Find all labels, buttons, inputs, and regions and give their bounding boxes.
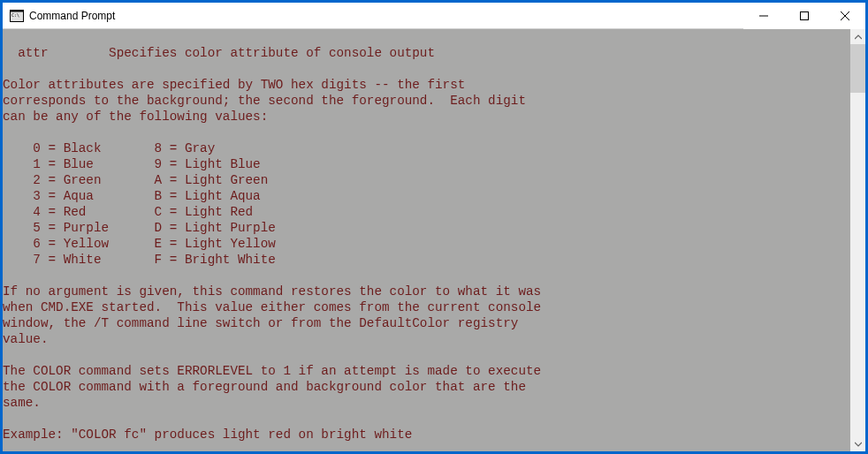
scroll-up-button[interactable] <box>850 29 865 44</box>
cmd-icon: C:\ <box>10 10 24 22</box>
svg-text:C:\: C:\ <box>11 12 19 18</box>
window-controls <box>743 3 865 28</box>
maximize-button[interactable] <box>784 3 825 29</box>
client-area: attr Specifies color attribute of consol… <box>3 29 865 451</box>
titlebar[interactable]: C:\ Command Prompt <box>3 3 865 29</box>
svg-rect-4 <box>801 12 809 20</box>
console-output[interactable]: attr Specifies color attribute of consol… <box>3 29 850 451</box>
window-title: Command Prompt <box>29 10 743 22</box>
minimize-button[interactable] <box>743 3 784 29</box>
command-prompt-window: C:\ Command Prompt attr Specifies color … <box>2 2 866 452</box>
close-button[interactable] <box>825 3 865 29</box>
vertical-scrollbar[interactable] <box>850 29 865 451</box>
scrollbar-thumb[interactable] <box>850 44 865 93</box>
scrollbar-track[interactable] <box>850 44 865 436</box>
scroll-down-button[interactable] <box>850 436 865 451</box>
